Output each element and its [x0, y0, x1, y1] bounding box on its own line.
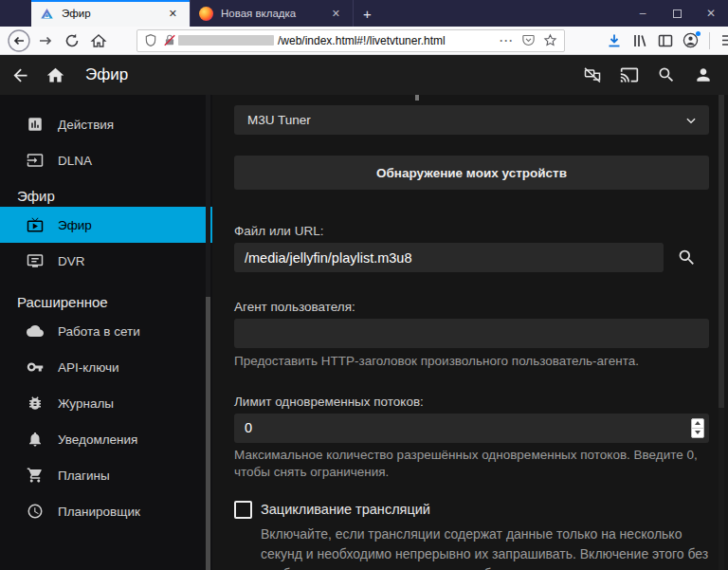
- maximize-button[interactable]: [660, 0, 694, 27]
- sidebar-item-activity[interactable]: Действия: [0, 106, 212, 142]
- tab-title: Эфир: [62, 8, 165, 19]
- jellyfin-icon: [40, 7, 54, 21]
- loop-streams-label: Зацикливание трансляций: [261, 502, 430, 517]
- tab-close-icon[interactable]: ✕: [165, 6, 181, 22]
- new-tab-button[interactable]: +: [354, 0, 381, 27]
- input-icon: [27, 152, 44, 169]
- detect-devices-button[interactable]: Обнаружение моих устройств: [234, 156, 709, 190]
- tab-close-icon[interactable]: ✕: [328, 6, 344, 22]
- url-bar[interactable]: /web/index.html#!/livetvtuner.html ···: [136, 29, 565, 52]
- tracking-shield-icon: [144, 33, 157, 47]
- home-button[interactable]: [85, 28, 112, 53]
- sidebar-item-label: Плагины: [58, 469, 110, 483]
- sidebar-toggle-icon: [658, 33, 673, 48]
- user-icon: [694, 65, 713, 84]
- insecure-lock-icon: [163, 33, 176, 47]
- tab-strip: Эфир ✕ Новая вкладка ✕ +: [31, 0, 381, 27]
- tuner-type-select[interactable]: M3U Tuner: [234, 105, 709, 135]
- sidebar-item-networking[interactable]: Работа в сети: [0, 313, 212, 349]
- stream-limit-input[interactable]: [234, 414, 709, 443]
- number-spinner[interactable]: [691, 418, 704, 438]
- app-home-button[interactable]: [44, 64, 66, 86]
- url-path: /web/index.html#!/livetvtuner.html: [278, 34, 446, 47]
- sidebar-item-logs[interactable]: Журналы: [0, 385, 212, 421]
- sidebar-item-scheduler[interactable]: Планировщик: [0, 493, 212, 529]
- syncplay-button[interactable]: [581, 64, 604, 86]
- user-agent-input[interactable]: [234, 319, 709, 348]
- clock-icon: [27, 503, 44, 520]
- sidebar-item-label: Журналы: [58, 396, 114, 411]
- app-back-button[interactable]: [9, 64, 31, 86]
- cart-icon: [27, 467, 44, 484]
- library-icon: [632, 33, 647, 48]
- hamburger-icon: [721, 34, 728, 46]
- spinner-down-button[interactable]: [692, 429, 703, 437]
- sidebar-item-label: Действия: [58, 118, 114, 132]
- cast-icon: [620, 65, 639, 84]
- browser-window: Эфир ✕ Новая вкладка ✕ + – ✕: [0, 0, 728, 570]
- sidebar-item-dvr[interactable]: DVR: [0, 243, 212, 279]
- chevron-down-icon: [684, 114, 698, 127]
- browse-search-icon: [677, 248, 697, 267]
- close-button[interactable]: ✕: [694, 0, 728, 27]
- bookmark-star-icon[interactable]: [543, 33, 557, 47]
- loop-streams-row: Зацикливание трансляций: [234, 501, 709, 519]
- spinner-up-button[interactable]: [692, 419, 703, 429]
- user-button[interactable]: [692, 64, 715, 86]
- bug-icon: [27, 395, 44, 412]
- downloads-button[interactable]: [602, 28, 626, 53]
- spinner-up-icon: [695, 421, 701, 425]
- account-button[interactable]: [679, 28, 702, 53]
- page-scrollbar[interactable]: [719, 95, 724, 570]
- reload-button[interactable]: [59, 28, 85, 53]
- file-url-input[interactable]: [234, 243, 664, 272]
- account-notification-dot: [696, 31, 701, 36]
- spinner-down-icon: [695, 431, 701, 434]
- app-body: Действия DLNA Эфир Эфир DVR Расширенное …: [0, 95, 728, 570]
- cast-button[interactable]: [618, 64, 641, 86]
- sidebar-item-api-keys[interactable]: API-ключи: [0, 349, 212, 385]
- sidebar-item-plugins[interactable]: Плагины: [0, 457, 212, 493]
- live-tv-icon: [27, 216, 44, 233]
- browse-button[interactable]: [664, 243, 709, 272]
- sidebar-scrollbar-thumb[interactable]: [206, 297, 210, 570]
- app-header-actions: [581, 64, 719, 86]
- forward-button[interactable]: [32, 28, 59, 53]
- minimize-button[interactable]: –: [626, 0, 660, 27]
- sidebar-item-label: API-ключи: [58, 360, 119, 375]
- home-icon: [90, 32, 107, 49]
- library-button[interactable]: [628, 28, 651, 53]
- sidebar-item-livetv[interactable]: Эфир: [0, 207, 212, 243]
- app-header: Эфир: [0, 55, 728, 95]
- user-agent-label: Агент пользователя:: [234, 300, 709, 314]
- sidebar-item-dlna[interactable]: DLNA: [0, 142, 212, 178]
- reload-icon: [64, 33, 80, 48]
- pocket-icon[interactable]: [521, 33, 536, 47]
- sidebar-item-label: Эфир: [58, 218, 92, 232]
- back-button[interactable]: [6, 28, 32, 53]
- search-button[interactable]: [655, 64, 678, 86]
- menu-button[interactable]: [717, 28, 728, 53]
- sidebar-item-label: Планировщик: [58, 505, 140, 519]
- bar-chart-icon: [27, 116, 44, 133]
- browser-titlebar: Эфир ✕ Новая вкладка ✕ + – ✕: [0, 0, 728, 27]
- app-home-icon: [46, 65, 65, 85]
- tab-new-tab[interactable]: Новая вкладка ✕: [190, 0, 354, 27]
- cloud-icon: [27, 322, 44, 340]
- sidebar-toggle-button[interactable]: [653, 28, 677, 53]
- file-url-label: Файл или URL:: [234, 224, 709, 238]
- page-scrollbar-thumb[interactable]: [719, 95, 724, 408]
- tuner-type-value: M3U Tuner: [247, 113, 311, 127]
- stream-limit-label: Лимит одновременных потоков:: [234, 395, 709, 409]
- page-actions-icon[interactable]: ···: [500, 34, 514, 47]
- sidebar-scrollbar[interactable]: [206, 95, 210, 570]
- window-controls: – ✕: [626, 0, 728, 27]
- tab-jellyfin[interactable]: Эфир ✕: [31, 0, 190, 27]
- loop-streams-checkbox[interactable]: [234, 501, 252, 519]
- sidebar-section-advanced: Расширенное: [0, 290, 212, 313]
- sidebar-item-label: Уведомления: [58, 432, 137, 447]
- titlebar-spacer: [0, 0, 31, 27]
- bell-icon: [27, 431, 44, 448]
- sidebar-item-notifications[interactable]: Уведомления: [0, 421, 212, 457]
- forward-icon: [37, 32, 54, 49]
